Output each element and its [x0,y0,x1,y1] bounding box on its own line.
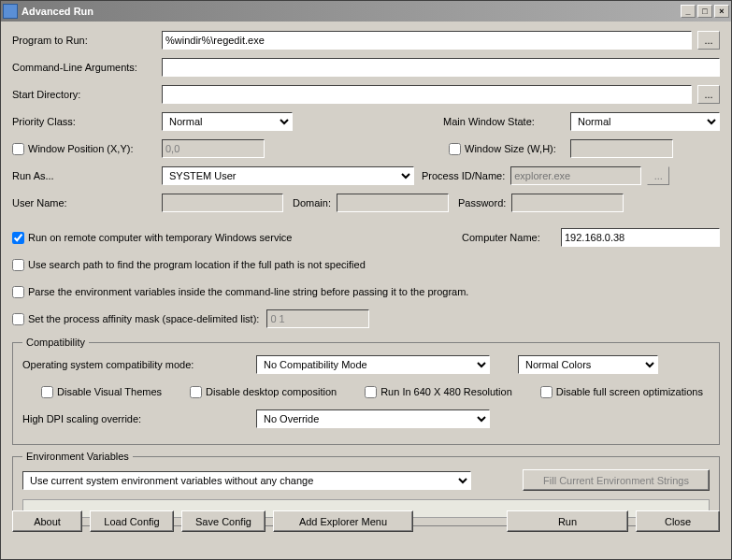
startdir-browse-button[interactable]: ... [697,85,720,104]
disable-comp-label: Disable desktop composition [206,386,337,397]
startdir-label: Start Directory: [12,89,162,100]
searchpath-checkbox[interactable] [12,259,24,271]
close-dialog-button[interactable]: Close [636,510,720,532]
compname-input[interactable] [561,228,720,247]
username-label: User Name: [12,197,162,208]
disable-themes-label: Disable Visual Themes [57,386,162,397]
close-button[interactable]: × [714,5,729,18]
program-input[interactable] [162,31,692,50]
app-icon [3,4,18,19]
compatibility-group: Compatibility Operating system compatibi… [12,337,720,445]
procid-input [510,166,641,185]
domain-input [337,194,449,212]
winsize-input [570,139,673,158]
affinity-checkbox[interactable] [12,313,24,325]
highdpi-label: High DPI scaling override: [22,413,256,424]
searchpath-label: Use search path to find the program loca… [28,259,366,270]
minimize-button[interactable]: _ [681,5,696,18]
about-button[interactable]: About [12,510,82,532]
add-explorer-menu-button[interactable]: Add Explorer Menu [273,510,413,532]
procid-browse-button: ... [647,166,669,185]
run-button[interactable]: Run [507,510,628,532]
priority-label: Priority Class: [12,116,162,127]
compat-legend: Compatibility [22,337,89,348]
winsize-checkbox[interactable] [449,143,461,155]
save-config-button[interactable]: Save Config [181,510,266,532]
affinity-label: Set the process affinity mask (space-del… [28,313,259,324]
disable-themes-checkbox[interactable] [41,386,53,398]
disable-fullscreen-label: Disable full screen optimizations [556,386,703,397]
compname-label: Computer Name: [462,232,555,243]
titlebar: Advanced Run _ □ × [1,1,731,22]
run640-checkbox[interactable] [365,386,377,398]
winpos-checkbox[interactable] [12,143,24,155]
winpos-label: Window Position (X,Y): [28,143,133,154]
fill-env-button: Fill Current Environment Strings [523,469,710,491]
remote-label: Run on remote computer with temporary Wi… [28,232,292,243]
disable-comp-checkbox[interactable] [190,386,202,398]
procid-label: Process ID/Name: [422,170,505,181]
mainwin-label: Main Window State: [443,116,565,127]
priority-select[interactable]: Normal [162,112,293,131]
load-config-button[interactable]: Load Config [90,510,174,532]
run640-label: Run In 640 X 480 Resolution [380,386,512,397]
winsize-label: Window Size (W,H): [465,143,556,154]
window-title: Advanced Run [22,6,681,17]
env-legend: Environment Variables [22,451,133,462]
username-input [162,194,283,212]
highdpi-select[interactable]: No Override [256,409,490,428]
disable-fullscreen-checkbox[interactable] [540,386,553,398]
cmdline-label: Command-Line Arguments: [12,62,162,73]
envmode-select[interactable]: Use current system environment variables… [22,471,471,490]
runas-select[interactable]: SYSTEM User [162,166,414,185]
cmdline-input[interactable] [162,58,720,77]
startdir-input[interactable] [162,85,692,104]
program-browse-button[interactable]: ... [697,31,720,50]
maximize-button[interactable]: □ [697,5,712,18]
runas-label: Run As... [12,170,162,181]
oscompat-select[interactable]: No Compatibility Mode [256,355,490,374]
parseenv-checkbox[interactable] [12,286,24,298]
remote-checkbox[interactable] [12,232,24,244]
domain-label: Domain: [293,197,331,208]
parseenv-label: Parse the environment variables inside t… [28,286,468,297]
password-label: Password: [458,197,506,208]
colors-select[interactable]: Normal Colors [518,355,658,374]
password-input [511,194,624,212]
mainwin-select[interactable]: Normal [570,112,720,131]
winpos-input [162,139,265,158]
program-label: Program to Run: [12,35,162,46]
oscompat-label: Operating system compatibility mode: [22,359,256,370]
affinity-input [266,309,369,328]
